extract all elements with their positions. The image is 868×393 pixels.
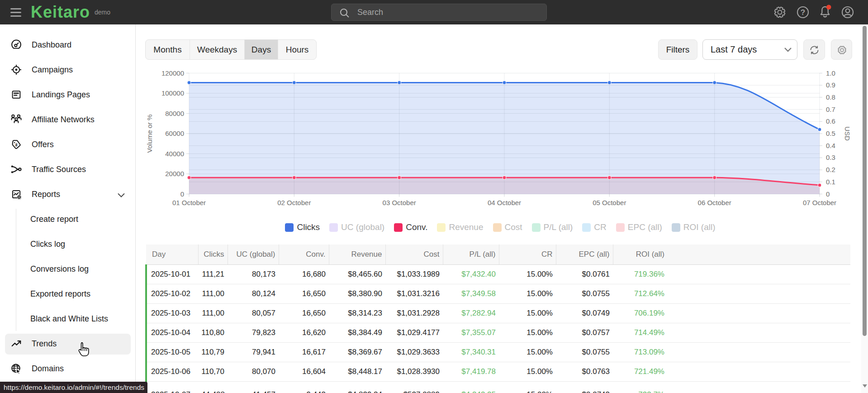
svg-text:0.1: 0.1 [826, 178, 835, 186]
svg-text:0.3: 0.3 [826, 153, 835, 161]
svg-text:0.2: 0.2 [826, 166, 835, 173]
svg-text:$: $ [14, 143, 18, 148]
svg-text:40000: 40000 [165, 150, 184, 158]
svg-text:0.4: 0.4 [826, 142, 835, 149]
svg-text:04 October: 04 October [488, 199, 521, 206]
svg-text:USD: USD [844, 126, 851, 141]
svg-text:02 October: 02 October [277, 199, 311, 206]
svg-text:0.9: 0.9 [826, 81, 835, 89]
svg-text:?: ? [801, 8, 805, 17]
svg-text:120000: 120000 [161, 69, 184, 77]
svg-text:80000: 80000 [165, 110, 184, 117]
svg-text:20000: 20000 [165, 170, 184, 177]
svg-text:05 October: 05 October [593, 199, 626, 206]
svg-text:100000: 100000 [161, 89, 184, 97]
svg-text:0.7: 0.7 [826, 105, 835, 113]
svg-text:07 October: 07 October [803, 199, 836, 206]
svg-text:0.8: 0.8 [826, 93, 835, 101]
svg-text:0: 0 [826, 190, 830, 198]
svg-text:60000: 60000 [165, 129, 184, 137]
svg-text:0.6: 0.6 [826, 117, 835, 125]
svg-text:0: 0 [180, 190, 184, 198]
svg-text:06 October: 06 October [698, 199, 731, 206]
svg-text:03 October: 03 October [383, 199, 416, 206]
svg-text:01 October: 01 October [172, 199, 206, 206]
svg-text:1.0: 1.0 [826, 69, 835, 77]
svg-text:Volume or %: Volume or % [146, 114, 153, 153]
svg-text:0.5: 0.5 [826, 129, 835, 137]
